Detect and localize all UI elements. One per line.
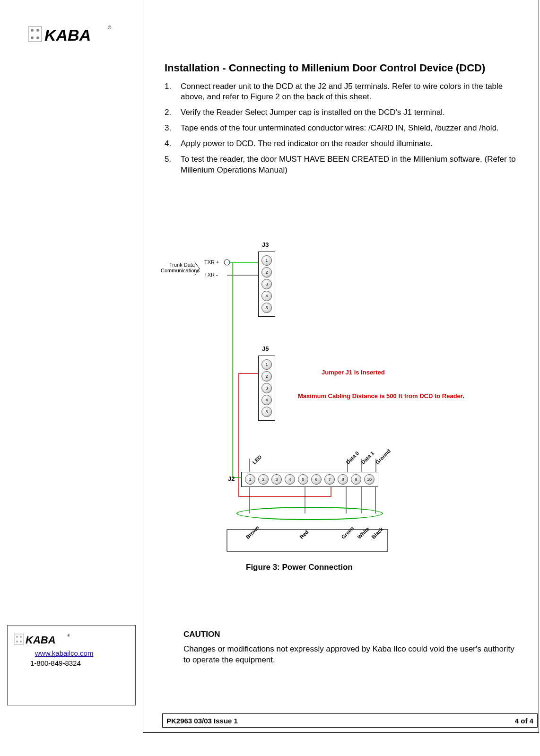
left-column: KABA ® KABA ® www.kabailco.com 1-800-849… (0, 0, 143, 733)
svg-point-2 (36, 29, 39, 32)
wire-color-green: Green (340, 525, 355, 540)
step-text: To test the reader, the door MUST HAVE B… (181, 154, 524, 176)
j5-label: J5 (262, 345, 269, 352)
figure-caption: Figure 3: Power Connection (246, 563, 353, 572)
svg-rect-0 (28, 26, 42, 42)
svg-point-4 (36, 36, 39, 39)
step-text: Tape ends of the four unterminated condu… (181, 123, 524, 134)
cabling-note: Maximum Cabling Distance is 500 ft from … (298, 392, 464, 400)
terminal-pin: 2 (261, 267, 272, 278)
caution-title: CAUTION (183, 630, 514, 639)
terminal-pin: 4 (285, 474, 295, 485)
brand-logo-small: KABA ® (14, 632, 71, 646)
page-footer: PK2963 03/03 Issue 1 4 of 4 (162, 713, 538, 728)
svg-text:®: ® (67, 634, 70, 638)
contact-phone: 1-800-849-8324 (30, 659, 131, 667)
terminal-pin: 3 (261, 383, 272, 393)
step-number: 2. (165, 107, 181, 118)
svg-rect-7 (14, 634, 24, 644)
wire-color-black: Black (371, 526, 384, 540)
wire-color-brown: Brown (245, 524, 261, 540)
terminal-pin: 9 (351, 474, 361, 485)
contact-url-link[interactable]: www.kabailco.com (35, 649, 131, 657)
terminal-pin: 10 (364, 474, 375, 485)
brand-logo-top: KABA ® (28, 24, 113, 45)
pin-label-data1: Data 1 (360, 450, 375, 465)
step-number: 5. (165, 154, 181, 176)
pin-label-led: LED (252, 454, 263, 465)
install-steps: 1.Connect reader unit to the DCD at the … (165, 81, 524, 176)
svg-text:KABA: KABA (44, 26, 91, 44)
main-content: Installation - Connecting to Millenium D… (165, 61, 524, 181)
terminal-pin: 5 (261, 303, 272, 313)
terminal-pin: 1 (261, 359, 272, 370)
j2-label: J2 (228, 475, 235, 482)
wire-color-red: Red (299, 529, 310, 540)
svg-point-8 (16, 636, 18, 638)
pin-label-data0: Data 0 (345, 450, 360, 465)
terminal-pin: 6 (311, 474, 322, 485)
contact-box: KABA ® www.kabailco.com 1-800-849-8324 (7, 625, 136, 705)
svg-point-3 (31, 36, 34, 39)
svg-point-10 (16, 641, 18, 643)
j2-terminal: 1 2 3 4 5 6 7 8 9 10 (241, 472, 378, 487)
cable-bundle-icon (236, 507, 383, 520)
footer-doc-id: PK2963 03/03 Issue 1 (166, 717, 238, 725)
pin-label-ground: Ground (375, 448, 392, 465)
step-text: Verify the Reader Select Jumper cap is i… (181, 107, 524, 118)
terminal-pin: 8 (338, 474, 348, 485)
trunk-data-label: Trunk Data Communications (161, 262, 195, 273)
wire-color-white: White (357, 526, 371, 540)
terminal-pin: 4 (261, 291, 272, 301)
caution-block: CAUTION Changes or modifications not exp… (183, 630, 514, 666)
step-number: 4. (165, 139, 181, 149)
txr-plus-label: TXR + (204, 259, 219, 265)
step-number: 1. (165, 81, 181, 103)
caution-text: Changes or modifications not expressly a… (183, 644, 514, 666)
section-heading: Installation - Connecting to Millenium D… (165, 61, 524, 75)
terminal-pin: 4 (261, 395, 272, 405)
terminal-pin: 2 (261, 371, 272, 382)
j5-terminal: 1 2 3 4 5 (258, 356, 275, 421)
j3-terminal: 1 2 3 4 5 (258, 252, 275, 317)
wiring-diagram: J3 1 2 3 4 5 Trunk Data Communications T… (161, 241, 539, 586)
svg-text:KABA: KABA (26, 634, 56, 646)
terminal-pin: 1 (261, 255, 272, 266)
terminal-pin: 5 (298, 474, 308, 485)
svg-point-14 (224, 260, 230, 265)
svg-point-11 (20, 641, 22, 643)
terminal-pin: 1 (245, 474, 255, 485)
terminal-pin: 3 (261, 279, 272, 289)
footer-page-number: 4 of 4 (515, 717, 533, 725)
svg-point-9 (20, 636, 22, 638)
terminal-pin: 3 (271, 474, 282, 485)
terminal-pin: 5 (261, 407, 272, 417)
step-text: Connect reader unit to the DCD at the J2… (181, 81, 524, 103)
step-number: 3. (165, 123, 181, 134)
j3-label: J3 (262, 241, 269, 248)
svg-text:®: ® (108, 25, 112, 30)
terminal-pin: 2 (258, 474, 269, 485)
svg-point-1 (31, 29, 34, 32)
terminal-pin: 7 (324, 474, 335, 485)
jumper-note: Jumper J1 is Inserted (322, 369, 385, 376)
txr-minus-label: TXR - (204, 272, 218, 278)
step-text: Apply power to DCD. The red indicator on… (181, 139, 524, 149)
